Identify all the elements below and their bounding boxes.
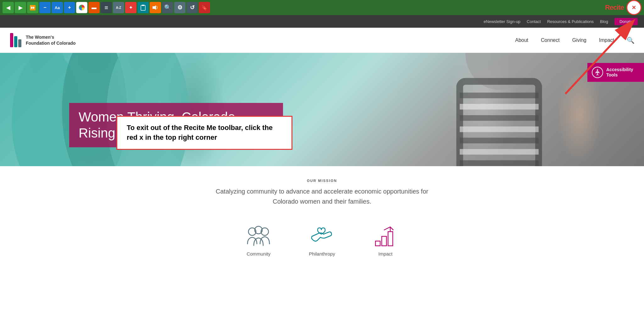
- recite-tools: ◀ ▶ ⏩ − Aa + ▬ ≡ A-Z ✦ 🔍 ⚙ ↺ 🔖: [3, 2, 605, 13]
- donate-button[interactable]: Donate: [614, 18, 638, 25]
- clipboard-button[interactable]: [137, 2, 149, 13]
- increase-font-button[interactable]: +: [64, 2, 75, 13]
- settings-button[interactable]: ⚙: [174, 2, 186, 13]
- recite-toolbar: ◀ ▶ ⏩ − Aa + ▬ ≡ A-Z ✦ 🔍 ⚙ ↺ 🔖 Re: [0, 0, 644, 15]
- accessibility-icon: [592, 67, 603, 78]
- svg-rect-37: [388, 232, 393, 246]
- ruler-button[interactable]: ▬: [88, 2, 100, 13]
- svg-line-31: [597, 74, 598, 76]
- recite-close-button[interactable]: ×: [626, 0, 641, 15]
- tooltip-text: To exit out of the Recite Me toolbar, cl…: [127, 123, 282, 143]
- mission-text: Catalyzing community to advance and acce…: [212, 186, 432, 206]
- philanthropy-icon: [309, 225, 335, 247]
- enewsletter-link[interactable]: eNewsletter Sign-up: [484, 19, 520, 24]
- main-nav: The Women's Foundation of Colorado About…: [0, 28, 644, 53]
- blog-link[interactable]: Blog: [600, 19, 608, 24]
- contact-link[interactable]: Contact: [527, 19, 541, 24]
- play-button[interactable]: ▶: [15, 2, 26, 13]
- logo-text: The Women's Foundation of Colorado: [26, 34, 76, 46]
- philanthropy-label: Philanthropy: [309, 251, 335, 257]
- stars-button[interactable]: ✦: [125, 2, 136, 13]
- search-button[interactable]: 🔍: [162, 2, 173, 13]
- svg-rect-36: [382, 236, 386, 246]
- top-nav: eNewsletter Sign-up Contact Resources & …: [0, 15, 644, 28]
- tooltip-box: To exit out of the Recite Me toolbar, cl…: [116, 116, 292, 150]
- nav-giving[interactable]: Giving: [572, 37, 586, 43]
- svg-rect-9: [18, 39, 21, 47]
- nav-impact[interactable]: Impact: [599, 37, 614, 43]
- impact-item: Impact: [373, 225, 398, 257]
- community-label: Community: [247, 251, 270, 257]
- forward-button[interactable]: ⏩: [27, 2, 38, 13]
- recite-logo-text: Recite: [605, 3, 624, 12]
- mission-label: OUR MISSION: [6, 179, 638, 183]
- community-icon: [246, 225, 271, 247]
- svg-rect-7: [10, 33, 13, 47]
- svg-point-27: [597, 69, 598, 71]
- nav-connect[interactable]: Connect: [541, 37, 560, 43]
- person-icon: [594, 69, 601, 76]
- impact-label: Impact: [378, 251, 392, 257]
- accessibility-label: Accessibility Tools: [606, 67, 640, 78]
- mission-section: OUR MISSION Catalyzing community to adva…: [0, 166, 644, 213]
- back-button[interactable]: ◀: [3, 2, 14, 13]
- bookmark-button[interactable]: 🔖: [199, 2, 210, 13]
- refresh-button[interactable]: ↺: [186, 2, 198, 13]
- hero-section: Women Thriving. Colorado Rising. To exit…: [0, 53, 644, 166]
- decrease-font-button[interactable]: −: [39, 2, 51, 13]
- dictionary-button[interactable]: A-Z: [113, 2, 124, 13]
- hero-figures-right: [386, 53, 612, 166]
- impact-icon: [373, 225, 398, 247]
- community-item: Community: [246, 225, 271, 257]
- color-wheel-button[interactable]: [76, 2, 87, 13]
- logo-area: The Women's Foundation of Colorado: [9, 31, 76, 49]
- search-icon[interactable]: 🔍: [627, 37, 635, 44]
- site-logo: [9, 31, 22, 49]
- svg-rect-8: [14, 36, 17, 47]
- resources-link[interactable]: Resources & Publications: [547, 19, 594, 24]
- nav-about[interactable]: About: [515, 37, 528, 43]
- svg-marker-6: [153, 5, 156, 10]
- lines-button[interactable]: ≡: [101, 2, 112, 13]
- icons-section: Community Philanthropy Impact: [0, 213, 644, 266]
- recite-logo: Recite: [605, 3, 624, 12]
- accessibility-tools-button[interactable]: Accessibility Tools: [587, 63, 644, 82]
- svg-rect-35: [375, 241, 380, 246]
- font-size-button[interactable]: Aa: [52, 2, 63, 13]
- philanthropy-item: Philanthropy: [309, 225, 335, 257]
- main-nav-links: About Connect Giving Impact 🔍: [515, 37, 635, 44]
- svg-rect-2: [142, 5, 144, 6]
- audio-button[interactable]: [150, 2, 161, 13]
